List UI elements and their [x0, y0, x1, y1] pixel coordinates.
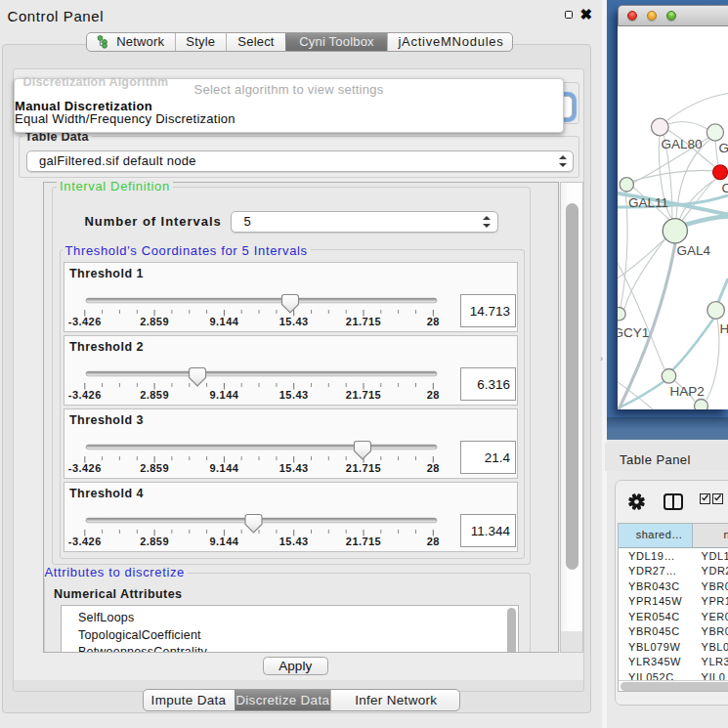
svg-text:21.715: 21.715: [346, 389, 381, 401]
svg-text:GAL: GAL: [719, 141, 728, 155]
svg-text:21.715: 21.715: [346, 316, 381, 327]
svg-text:GCY1: GCY1: [618, 325, 649, 340]
svg-text:-3.426: -3.426: [68, 535, 102, 547]
svg-text:21.715: 21.715: [346, 535, 381, 547]
svg-text:21.715: 21.715: [346, 462, 381, 474]
svg-text:GAL11: GAL11: [628, 195, 668, 210]
svg-text:28: 28: [427, 462, 440, 474]
svg-text:2.859: 2.859: [140, 462, 169, 474]
svg-text:9.144: 9.144: [210, 462, 239, 474]
svg-text:GAL4: GAL4: [677, 243, 711, 258]
svg-text:C: C: [722, 181, 728, 195]
svg-text:2.859: 2.859: [140, 389, 169, 401]
svg-text:9.144: 9.144: [210, 389, 239, 401]
svg-text:2.859: 2.859: [140, 535, 169, 547]
svg-text:GAL80: GAL80: [662, 137, 703, 151]
svg-text:-3.426: -3.426: [68, 389, 102, 401]
svg-text:28: 28: [427, 389, 440, 401]
svg-text:-3.426: -3.426: [68, 462, 102, 474]
svg-text:28: 28: [427, 535, 440, 547]
svg-text:HAP2: HAP2: [670, 384, 705, 399]
svg-text:15.43: 15.43: [279, 389, 309, 401]
svg-text:H: H: [720, 321, 728, 336]
svg-text:28: 28: [427, 316, 440, 327]
svg-text:15.43: 15.43: [279, 535, 309, 547]
svg-text:9.144: 9.144: [210, 316, 239, 327]
svg-text:-3.426: -3.426: [68, 316, 102, 327]
svg-text:15.43: 15.43: [279, 462, 309, 474]
svg-text:9.144: 9.144: [210, 535, 239, 547]
svg-text:15.43: 15.43: [279, 316, 309, 327]
svg-text:2.859: 2.859: [140, 316, 169, 327]
